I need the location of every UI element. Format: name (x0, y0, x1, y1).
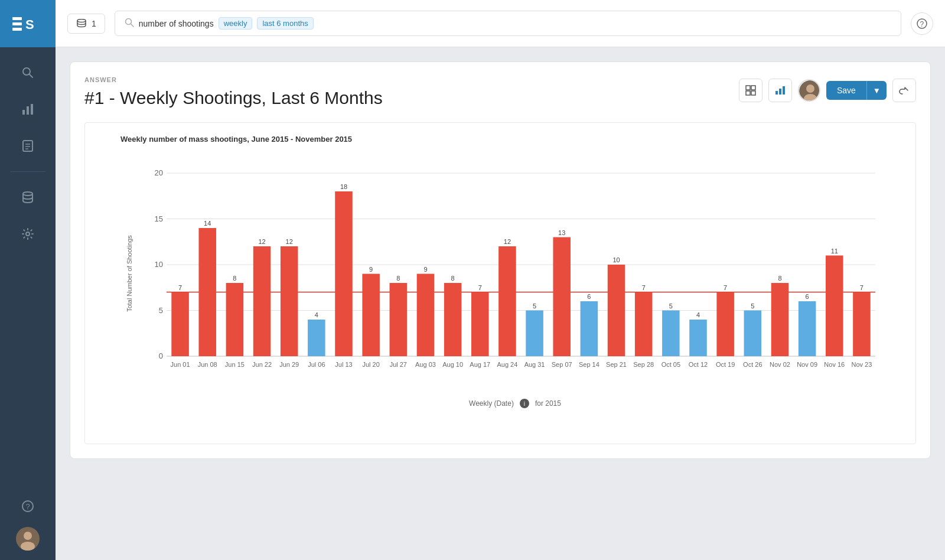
x-axis-info-icon[interactable]: i (520, 399, 529, 408)
svg-text:4: 4 (315, 311, 318, 318)
svg-rect-77 (444, 283, 462, 356)
share-button[interactable] (892, 79, 916, 102)
svg-text:?: ? (920, 20, 924, 28)
svg-rect-8 (31, 104, 33, 115)
svg-text:5: 5 (751, 302, 754, 310)
svg-rect-68 (362, 274, 380, 357)
svg-text:7: 7 (178, 284, 182, 291)
svg-text:Oct 19: Oct 19 (716, 361, 735, 368)
svg-text:4: 4 (696, 311, 700, 318)
sidebar-bottom: ? (12, 490, 44, 560)
svg-rect-86 (526, 311, 543, 357)
sidebar-item-chart[interactable] (12, 93, 44, 125)
x-axis-suffix: for 2015 (535, 399, 561, 408)
svg-text:0: 0 (159, 351, 163, 360)
svg-rect-113 (771, 283, 789, 356)
svg-text:Jul 13: Jul 13 (335, 361, 352, 368)
svg-text:6: 6 (587, 293, 591, 300)
dataset-count: 1 (92, 19, 96, 28)
chart-container: Weekly number of mass shootings, June 20… (84, 122, 916, 444)
svg-text:8: 8 (451, 275, 455, 282)
svg-rect-65 (335, 191, 353, 356)
svg-rect-101 (662, 311, 680, 357)
chart-view-button[interactable] (768, 79, 792, 102)
svg-text:Nov 16: Nov 16 (824, 361, 845, 368)
svg-text:Jul 20: Jul 20 (362, 361, 379, 368)
svg-rect-31 (783, 86, 785, 95)
svg-text:9: 9 (369, 266, 373, 273)
svg-text:7: 7 (860, 284, 863, 291)
svg-text:18: 18 (340, 183, 347, 190)
svg-point-18 (24, 532, 32, 540)
svg-text:7: 7 (478, 284, 482, 291)
save-dropdown-button[interactable]: ▼ (866, 81, 887, 100)
save-button-group[interactable]: Save ▼ (826, 81, 887, 100)
svg-point-14 (26, 232, 30, 236)
svg-rect-89 (553, 237, 571, 357)
save-button[interactable]: Save (826, 81, 866, 100)
svg-text:7: 7 (724, 284, 727, 291)
svg-text:Jun 29: Jun 29 (279, 361, 299, 368)
svg-text:Jun 22: Jun 22 (252, 361, 272, 368)
svg-rect-1 (12, 22, 22, 25)
logo[interactable]: S (0, 0, 56, 47)
svg-text:Sep 21: Sep 21 (606, 361, 627, 368)
svg-text:Jul 06: Jul 06 (308, 361, 325, 368)
svg-text:5: 5 (533, 302, 536, 310)
svg-text:11: 11 (831, 248, 838, 255)
svg-rect-30 (779, 89, 781, 95)
svg-text:8: 8 (778, 275, 781, 282)
sidebar-item-report[interactable] (12, 130, 44, 162)
svg-rect-29 (775, 91, 778, 95)
sidebar-avatar[interactable] (16, 527, 40, 551)
sidebar-item-help[interactable]: ? (12, 490, 44, 522)
svg-rect-119 (826, 256, 843, 357)
user-avatar-toolbar[interactable] (798, 79, 820, 102)
svg-text:?: ? (26, 502, 30, 511)
sidebar-item-search[interactable] (12, 57, 44, 89)
svg-rect-98 (635, 292, 653, 357)
content-area: ANSWER #1 - Weekly Shootings, Last 6 Mon… (56, 47, 945, 560)
svg-line-22 (131, 24, 133, 27)
search-bar[interactable]: number of shootings weekly last 6 months (115, 11, 901, 36)
svg-text:Aug 24: Aug 24 (497, 361, 517, 368)
answer-title: #1 - Weekly Shootings, Last 6 Months (84, 88, 383, 108)
dataset-selector[interactable]: 1 (67, 14, 105, 34)
search-token-main: number of shootings (139, 19, 214, 28)
search-token-period[interactable]: last 6 months (257, 17, 313, 30)
svg-rect-107 (716, 292, 734, 357)
svg-rect-92 (581, 301, 598, 356)
sidebar-item-database[interactable] (12, 181, 44, 213)
svg-text:Oct 26: Oct 26 (743, 361, 762, 368)
table-view-button[interactable] (739, 79, 762, 102)
svg-text:9: 9 (423, 266, 427, 273)
svg-point-20 (77, 19, 86, 22)
x-axis-container: Weekly (Date) i for 2015 (120, 399, 910, 408)
sidebar-divider (10, 171, 45, 172)
search-token-frequency[interactable]: weekly (219, 17, 253, 30)
svg-rect-83 (498, 246, 516, 356)
svg-rect-74 (417, 274, 435, 357)
svg-text:12: 12 (504, 238, 511, 245)
svg-text:Jun 08: Jun 08 (198, 361, 217, 368)
svg-rect-110 (744, 311, 762, 357)
x-axis-label[interactable]: Weekly (Date) (469, 399, 514, 408)
svg-rect-53 (226, 283, 244, 356)
svg-text:8: 8 (396, 275, 400, 282)
svg-rect-116 (799, 301, 816, 356)
svg-text:Aug 31: Aug 31 (524, 361, 545, 368)
svg-rect-25 (746, 86, 750, 90)
svg-text:13: 13 (558, 229, 565, 236)
svg-rect-6 (22, 110, 25, 115)
svg-rect-62 (308, 320, 325, 356)
search-icon (125, 18, 134, 30)
answer-card: ANSWER #1 - Weekly Shootings, Last 6 Mon… (70, 61, 931, 459)
svg-text:Aug 17: Aug 17 (470, 361, 490, 368)
help-button[interactable]: ? (911, 12, 933, 35)
sidebar-item-settings[interactable] (12, 218, 44, 250)
svg-text:S: S (25, 17, 34, 32)
svg-point-33 (806, 84, 814, 93)
sidebar: S ? (0, 0, 56, 560)
svg-text:8: 8 (233, 275, 236, 282)
svg-text:Sep 07: Sep 07 (552, 361, 572, 368)
